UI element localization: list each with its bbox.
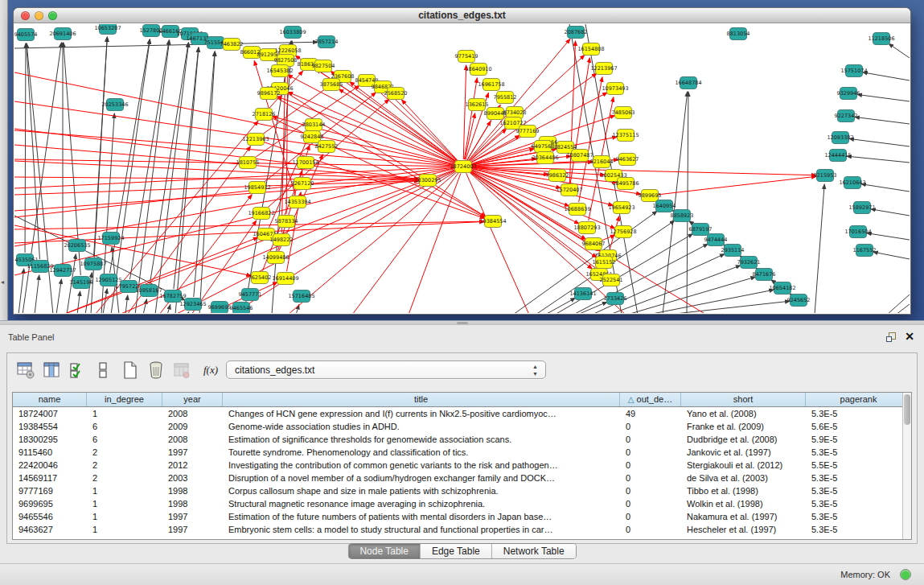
graph-node[interactable]: 8471676 bbox=[753, 269, 776, 281]
table-row[interactable]: 2242004622012Investigating the contribut… bbox=[13, 459, 911, 472]
tab-network-table[interactable]: Network Table bbox=[492, 544, 576, 558]
graph-node[interactable]: 10653287 bbox=[94, 24, 121, 35]
graph-node[interactable]: 2522541 bbox=[600, 274, 623, 286]
graph-node[interactable]: 1615152 bbox=[593, 257, 616, 269]
table-row[interactable]: 946362711997Embryonic stem cells: a mode… bbox=[13, 523, 911, 536]
graph-node[interactable]: 7625402 bbox=[248, 272, 272, 284]
graph-node[interactable]: 5878334 bbox=[275, 216, 298, 228]
graph-node[interactable]: 12213967 bbox=[590, 63, 617, 75]
table-row[interactable]: 969969511998Structural magnetic resonanc… bbox=[13, 497, 911, 510]
tab-node-table[interactable]: Node Table bbox=[348, 544, 421, 558]
graph-node[interactable]: 1498222 bbox=[270, 234, 294, 246]
graph-node[interactable]: 1167552 bbox=[853, 245, 877, 257]
graph-node[interactable]: 11218506 bbox=[868, 33, 894, 45]
graph-node[interactable]: 7857214 bbox=[315, 36, 339, 48]
graph-node[interactable]: 17159924 bbox=[97, 233, 124, 245]
graph-node[interactable]: 3875685 bbox=[320, 79, 343, 91]
graph-node[interactable]: 1733426 bbox=[604, 293, 627, 305]
graph-node[interactable]: 9775419 bbox=[455, 51, 478, 63]
column-header-out-degree[interactable]: △out_de… bbox=[620, 393, 681, 406]
network-graph[interactable]: 9405574206914061065328715278026466160107… bbox=[14, 24, 910, 313]
control-panel-collapsed-divider[interactable]: ◂ bbox=[0, 0, 8, 320]
graph-node[interactable]: 19654923 bbox=[608, 202, 634, 214]
table-mode-icon[interactable] bbox=[15, 360, 36, 381]
network-window-titlebar[interactable]: citations_edges.txt bbox=[14, 8, 910, 23]
graph-node[interactable]: 9465546 bbox=[230, 303, 253, 314]
expand-panel-arrow-icon[interactable]: ◂ bbox=[1, 278, 4, 286]
table-vertical-scrollbar[interactable] bbox=[902, 393, 911, 539]
graph-node[interactable]: 20206535 bbox=[64, 240, 90, 252]
graph-node[interactable]: 10654182 bbox=[769, 282, 795, 295]
graph-node[interactable]: 9474444 bbox=[704, 234, 728, 246]
graph-node[interactable]: 1362615 bbox=[466, 99, 489, 111]
graph-node[interactable]: 10973493 bbox=[602, 83, 628, 95]
graph-node[interactable]: 2568520 bbox=[384, 88, 408, 100]
scrollbar-thumb[interactable] bbox=[904, 394, 910, 425]
graph-node[interactable]: 8813054 bbox=[727, 28, 750, 40]
graph-node[interactable]: 20253346 bbox=[101, 99, 128, 111]
column-header-year[interactable]: year bbox=[162, 393, 223, 406]
close-panel-icon[interactable]: ✕ bbox=[905, 330, 914, 343]
table-row[interactable]: 977716911998Corpus callosum shape and si… bbox=[13, 484, 911, 497]
graph-node[interactable]: 20364486 bbox=[532, 152, 558, 164]
graph-node[interactable]: 6497568 bbox=[532, 141, 555, 153]
graph-node[interactable]: 15716485 bbox=[288, 290, 314, 303]
graph-node[interactable]: 1640954 bbox=[653, 200, 676, 212]
graph-node[interactable]: 2087682 bbox=[565, 27, 588, 39]
column-header-short[interactable]: short bbox=[681, 393, 806, 406]
graph-node[interactable]: 7485063 bbox=[612, 107, 635, 119]
graph-node[interactable]: 17016504 bbox=[844, 226, 871, 238]
tab-edge-table[interactable]: Edge Table bbox=[421, 544, 492, 558]
graph-node[interactable]: 14099486 bbox=[262, 252, 289, 264]
graph-node[interactable]: 6216044 bbox=[590, 156, 614, 168]
delete-column-icon[interactable] bbox=[146, 360, 166, 381]
table-row[interactable]: 1830029562008Estimation of significance … bbox=[13, 433, 911, 446]
graph-node[interactable]: 9463627 bbox=[616, 154, 639, 166]
graph-node[interactable]: 12093382 bbox=[827, 132, 853, 144]
table-row[interactable]: 1872400712008Changes of HCN gene express… bbox=[13, 407, 911, 420]
show-columns-icon[interactable] bbox=[41, 360, 62, 381]
graph-node[interactable]: 7986322 bbox=[546, 170, 569, 182]
graph-node[interactable]: 9457771 bbox=[239, 289, 262, 301]
graph-node[interactable]: 7955812 bbox=[494, 92, 517, 104]
graph-node[interactable]: 9227342 bbox=[835, 110, 858, 122]
graph-node[interactable]: 7932621 bbox=[737, 257, 761, 269]
function-builder-icon[interactable]: f(x) bbox=[199, 360, 223, 381]
delete-table-icon[interactable] bbox=[171, 360, 192, 381]
table-row[interactable]: 1456911722003Disruption of a novel membe… bbox=[13, 472, 911, 484]
graph-node[interactable]: 8858923 bbox=[671, 210, 694, 222]
graph-node[interactable]: 15720407 bbox=[556, 184, 582, 196]
graph-node[interactable]: 2803144 bbox=[302, 119, 326, 131]
graph-node[interactable]: 15751074 bbox=[840, 65, 867, 77]
table-chooser-dropdown[interactable]: citations_edges.txt ▲▼ bbox=[226, 360, 546, 379]
graph-node[interactable]: 16961758 bbox=[478, 79, 504, 91]
graph-node[interactable]: 9777169 bbox=[516, 126, 540, 138]
graph-node[interactable]: 10688639 bbox=[564, 204, 590, 216]
graph-node[interactable]: 16648784 bbox=[675, 77, 701, 89]
create-column-icon[interactable] bbox=[120, 360, 141, 381]
network-canvas[interactable]: 9405574206914061065328715278026466160107… bbox=[14, 24, 910, 313]
graph-node[interactable]: 11700154 bbox=[292, 157, 318, 169]
graph-node[interactable]: 15892971 bbox=[848, 202, 875, 214]
column-checklist-icon[interactable] bbox=[67, 360, 88, 381]
table-row[interactable]: 911546021997Tourette syndrome. Phenomeno… bbox=[13, 446, 911, 459]
graph-node[interactable]: 18640910 bbox=[465, 64, 491, 76]
graph-node[interactable]: 1810755 bbox=[236, 157, 260, 169]
graph-node[interactable]: 1145194 bbox=[70, 277, 93, 289]
table-row[interactable]: 946554611997Estimation of the future num… bbox=[13, 510, 911, 523]
graph-node[interactable]: 9699695 bbox=[208, 302, 232, 314]
graph-node[interactable]: 9827504 bbox=[312, 60, 335, 72]
graph-node[interactable]: 12375115 bbox=[612, 130, 639, 142]
graph-node[interactable]: 9245652 bbox=[787, 295, 811, 307]
graph-node[interactable]: 14136141 bbox=[569, 288, 596, 300]
graph-node[interactable]: 16033809 bbox=[279, 27, 306, 39]
graph-node[interactable]: 9896172 bbox=[257, 88, 281, 100]
column-header-title[interactable]: title bbox=[223, 393, 620, 406]
graph-node[interactable]: 20691406 bbox=[49, 28, 76, 40]
column-header-in-degree[interactable]: in_degree bbox=[87, 393, 162, 406]
column-header-name[interactable]: name bbox=[13, 393, 87, 406]
row-height-icon[interactable] bbox=[92, 360, 113, 381]
graph-node[interactable]: 16154808 bbox=[577, 43, 604, 56]
graph-node[interactable]: 9329946 bbox=[837, 88, 860, 100]
graph-node[interactable]: 2718126 bbox=[253, 109, 276, 121]
